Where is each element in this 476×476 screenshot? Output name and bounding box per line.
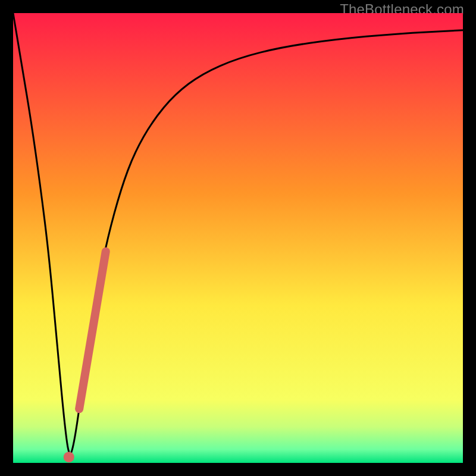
outer-frame: TheBottleneck.com	[0, 0, 476, 476]
plot-area	[13, 13, 463, 463]
chart-svg	[13, 13, 463, 463]
highlight-dot	[64, 452, 74, 462]
